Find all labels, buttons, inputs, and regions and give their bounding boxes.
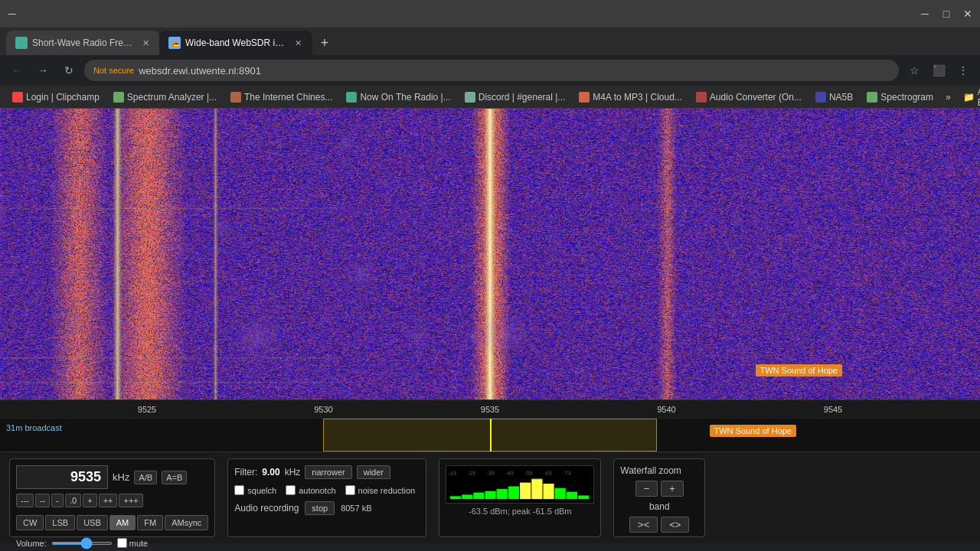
bookmark-m4a-favicon	[579, 92, 590, 103]
stop-button[interactable]: stop	[305, 501, 335, 515]
tab-2-favicon: 📻	[168, 37, 181, 49]
bookmark-discord[interactable]: Discord | #general |...	[459, 90, 572, 104]
mode-usb[interactable]: USB	[77, 515, 108, 530]
band-nav-right[interactable]: <>	[661, 517, 689, 533]
noise-reduction-text: noise reduction	[358, 486, 416, 495]
tab-2-close[interactable]: ✕	[293, 37, 303, 49]
band-nav-left[interactable]: ><	[629, 517, 658, 533]
station-tooltip: TWN Sound of Hope	[710, 425, 797, 437]
narrower-button[interactable]: narrower	[305, 465, 351, 479]
frequency-input-row: kHz A/B A=B	[16, 465, 208, 489]
step-minus2[interactable]: --	[35, 494, 50, 507]
bookmark-internet[interactable]: The Internet Chines...	[224, 90, 338, 104]
maximize-icon[interactable]: □	[940, 8, 952, 20]
nav-right-buttons: ☆ ⬛ ⋮	[903, 60, 974, 81]
noise-reduction-checkbox[interactable]	[345, 485, 355, 495]
back-button[interactable]: ←	[6, 60, 28, 81]
step-0[interactable]: .0	[65, 494, 81, 507]
autonotch-checkbox[interactable]	[286, 485, 296, 495]
controls-area: kHz A/B A=B --- -- - .0 + ++ +++ CW LSB …	[0, 452, 980, 543]
squelch-label[interactable]: squelch	[234, 485, 276, 495]
mode-amsync[interactable]: AMsync	[165, 515, 208, 530]
mode-fm[interactable]: FM	[137, 515, 163, 530]
wider-button[interactable]: wider	[357, 465, 390, 479]
volume-slider[interactable]	[51, 542, 113, 545]
mode-cw[interactable]: CW	[16, 515, 44, 530]
meter-display	[446, 465, 594, 504]
zoom-minus-button[interactable]: −	[635, 481, 658, 497]
recording-size: 8057 kB	[341, 504, 371, 513]
main-content: TWN Sound of Hope 9525 9530 9535 9540 95…	[0, 109, 980, 543]
bookmark-m4a[interactable]: M4A to MP3 | Cloud...	[573, 90, 688, 104]
audio-recording-label: Audio recording	[234, 503, 299, 514]
bookmark-button[interactable]: ☆	[903, 60, 925, 81]
frequency-control-panel: kHz A/B A=B --- -- - .0 + ++ +++ CW LSB …	[9, 458, 215, 537]
minimize-icon[interactable]: ─	[919, 8, 931, 20]
bookmark-spectrum-label: Spectrum Analyzer |...	[127, 92, 217, 103]
minimize-button[interactable]: ─	[6, 8, 18, 20]
frequency-unit: kHz	[113, 471, 129, 483]
not-secure-label: Not secure	[93, 66, 134, 75]
browser-chrome: ─ ─ □ ✕ Short-Wave Radio Frequency S... …	[0, 0, 980, 109]
bookmark-nowonradio[interactable]: Now On The Radio |...	[340, 90, 456, 104]
bookmark-discord-label: Discord | #general |...	[479, 92, 566, 103]
ab-button[interactable]: A/B	[134, 471, 157, 484]
bookmark-clipchamp-favicon	[12, 92, 23, 103]
bookmarks-folder[interactable]: 📁 All Bookmarks	[957, 86, 980, 109]
tab-1-title: Short-Wave Radio Frequency S...	[32, 37, 133, 48]
audio-meter-panel: -63.5 dBm; peak -61.5 dBm	[439, 458, 601, 537]
reload-button[interactable]: ↻	[58, 60, 80, 81]
mode-lsb[interactable]: LSB	[45, 515, 75, 530]
bookmark-m4a-label: M4A to MP3 | Cloud...	[593, 92, 682, 103]
bookmark-spectrum-favicon	[113, 92, 124, 103]
close-icon[interactable]: ✕	[962, 8, 974, 20]
tab-1[interactable]: Short-Wave Radio Frequency S... ✕	[6, 31, 159, 55]
mute-label: mute	[129, 539, 148, 548]
mute-checkbox-label[interactable]: mute	[117, 538, 148, 548]
freq-9545: 9545	[824, 405, 842, 414]
bookmark-clipchamp[interactable]: Login | Clipchamp	[6, 90, 106, 104]
bookmark-na5b[interactable]: NA5B	[809, 90, 859, 104]
menu-button[interactable]: ⋮	[952, 60, 974, 81]
mode-am[interactable]: AM	[109, 515, 136, 530]
step-minus3[interactable]: ---	[16, 494, 34, 507]
noise-reduction-label[interactable]: noise reduction	[345, 485, 416, 495]
frequency-input[interactable]	[16, 465, 108, 489]
tuning-bar[interactable]: 31m broadcast TWN Sound of Hope	[0, 418, 980, 452]
filter-control-panel: Filter: 9.00 kHz narrower wider squelch …	[227, 458, 426, 537]
extensions-button[interactable]: ⬛	[928, 60, 949, 81]
filter-unit: kHz	[285, 467, 301, 478]
bookmark-spectrum[interactable]: Spectrum Analyzer |...	[107, 90, 223, 104]
frequency-axis: 9525 9530 9535 9540 9545	[0, 399, 980, 418]
squelch-checkbox[interactable]	[234, 485, 244, 495]
frequency-step-buttons: --- -- - .0 + ++ +++	[16, 494, 208, 507]
bookmarks-more[interactable]: »	[941, 90, 956, 104]
filter-row: Filter: 9.00 kHz narrower wider	[234, 465, 420, 479]
volume-row: Volume: mute	[16, 538, 208, 548]
options-row: squelch autonotch noise reduction	[234, 485, 420, 495]
tab-1-close[interactable]: ✕	[141, 37, 150, 49]
bookmark-internet-label: The Internet Chines...	[244, 92, 332, 103]
aeb-button[interactable]: A=B	[162, 471, 187, 484]
new-tab-button[interactable]: +	[312, 31, 337, 55]
bookmark-spectrogram[interactable]: Spectrogram	[861, 90, 939, 104]
forward-button[interactable]: →	[32, 60, 54, 81]
recording-row: Audio recording stop 8057 kB	[234, 501, 420, 515]
folder-icon: 📁	[963, 92, 975, 103]
mute-checkbox[interactable]	[117, 538, 127, 548]
step-plus1[interactable]: +	[83, 494, 96, 507]
step-minus1[interactable]: -	[51, 494, 64, 507]
address-bar[interactable]: Not secure websdr.ewi.utwente.nl:8901	[84, 60, 899, 81]
step-plus2[interactable]: ++	[99, 494, 118, 507]
band-nav-buttons: >< <>	[620, 517, 698, 533]
bookmark-audio[interactable]: Audio Converter (On...	[690, 90, 808, 104]
filter-label: Filter:	[234, 467, 257, 478]
autonotch-label[interactable]: autonotch	[286, 485, 335, 495]
window-controls: ─ □ ✕	[919, 8, 974, 20]
waterfall-display[interactable]: TWN Sound of Hope	[0, 109, 980, 399]
tab-2[interactable]: 📻 Wide-band WebSDR in Ens... ✕	[159, 31, 312, 55]
zoom-plus-button[interactable]: +	[661, 481, 684, 497]
broadcast-band-label: 31m broadcast	[6, 423, 62, 432]
freq-9530: 9530	[314, 405, 332, 414]
step-plus3[interactable]: +++	[119, 494, 142, 507]
